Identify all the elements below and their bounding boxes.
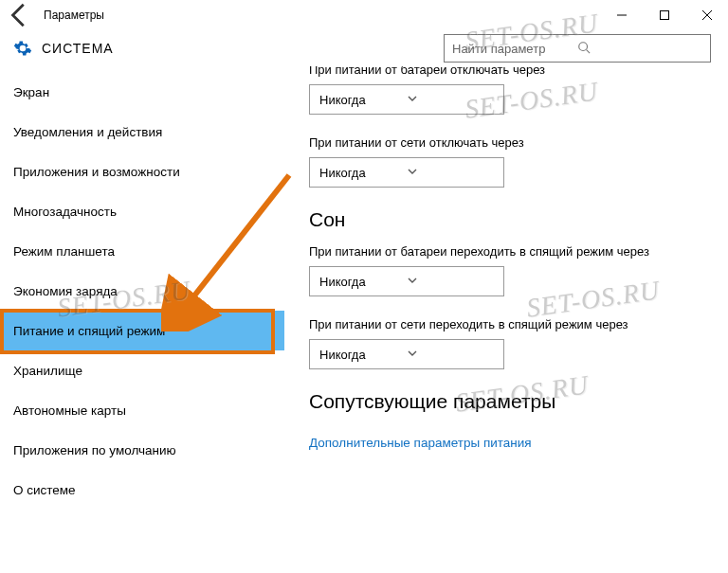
screen-off-battery-dropdown[interactable]: Никогда: [309, 84, 504, 115]
sidebar-item-screen[interactable]: Экран: [0, 72, 284, 112]
svg-rect-0: [660, 11, 668, 20]
sidebar-item-power-sleep[interactable]: Питание и спящий режим: [0, 311, 284, 350]
window-title: Параметры: [44, 9, 104, 22]
minimize-button[interactable]: [600, 1, 643, 29]
sidebar-item-about[interactable]: О системе: [0, 470, 284, 510]
screen-off-battery-label: При питании от батареи отключать через: [309, 66, 709, 77]
screen-off-plugged-label: При питании от сети отключать через: [309, 135, 709, 150]
gear-icon: [13, 39, 32, 58]
additional-power-settings-link[interactable]: Дополнительные параметры питания: [309, 436, 532, 450]
sleep-battery-label: При питании от батареи переходить в спящ…: [309, 244, 709, 259]
chevron-down-icon: [407, 93, 494, 107]
chevron-down-icon: [407, 348, 494, 362]
layout: Экран Уведомления и действия Приложения …: [0, 66, 728, 573]
chevron-down-icon: [407, 275, 494, 289]
search-placeholder: Найти параметр: [452, 42, 577, 56]
chevron-down-icon: [407, 166, 494, 180]
sidebar-item-notifications[interactable]: Уведомления и действия: [0, 112, 284, 152]
screen-off-plugged-dropdown[interactable]: Никогда: [309, 157, 504, 188]
close-button[interactable]: [685, 1, 728, 29]
back-button[interactable]: [6, 1, 34, 29]
sidebar-item-multitasking[interactable]: Многозадачность: [0, 191, 284, 231]
sleep-battery-dropdown[interactable]: Никогда: [309, 266, 504, 296]
main-content: При питании от батареи отключать через Н…: [284, 66, 728, 573]
sleep-heading: Сон: [309, 208, 709, 231]
search-input[interactable]: Найти параметр: [444, 34, 711, 63]
sidebar-item-storage[interactable]: Хранилище: [0, 350, 284, 390]
sidebar-item-apps[interactable]: Приложения и возможности: [0, 152, 284, 191]
search-icon: [577, 41, 702, 57]
sidebar-item-offline-maps[interactable]: Автономные карты: [0, 390, 284, 430]
sidebar-item-tablet[interactable]: Режим планшета: [0, 231, 284, 271]
sidebar-item-battery[interactable]: Экономия заряда: [0, 271, 284, 311]
sidebar: Экран Уведомления и действия Приложения …: [0, 66, 284, 573]
svg-point-1: [579, 42, 588, 50]
header: СИСТЕМА Найти параметр: [0, 30, 728, 66]
sleep-plugged-dropdown[interactable]: Никогда: [309, 339, 504, 369]
related-heading: Сопутсвующие параметры: [309, 390, 709, 413]
section-title: СИСТЕМА: [42, 41, 114, 56]
sidebar-item-default-apps[interactable]: Приложения по умолчанию: [0, 430, 284, 470]
titlebar: Параметры: [0, 0, 728, 30]
maximize-button[interactable]: [643, 1, 685, 29]
sleep-plugged-label: При питании от сети переходить в спящий …: [309, 317, 709, 331]
